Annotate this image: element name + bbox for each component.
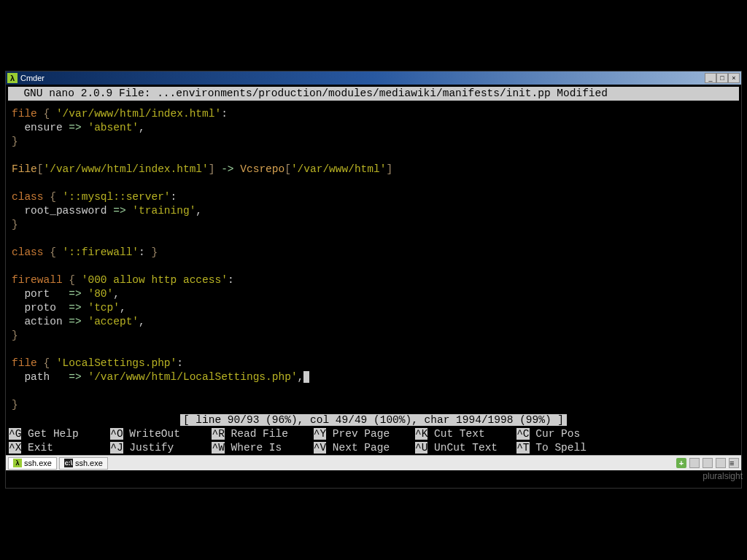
tray: + ≡ [676, 458, 739, 468]
tray-button-1[interactable] [689, 458, 700, 468]
shortcut-whereis[interactable]: ^W [212, 442, 224, 454]
close-button[interactable]: × [728, 73, 740, 83]
nano-shortcuts-row: ^G Get Help ^O WriteOut ^R Read File ^Y … [6, 427, 741, 441]
lambda-icon: λ [13, 459, 22, 467]
code-line: class { '::firewall': } [12, 246, 735, 260]
window-controls: _ □ × [705, 73, 740, 83]
tab-label: ssh.exe [24, 459, 52, 467]
tray-button-2[interactable] [703, 458, 713, 468]
code-line: class { '::mysql::server': [12, 190, 735, 204]
minimize-button[interactable]: _ [705, 73, 716, 83]
shortcut-prevpage[interactable]: ^Y [314, 428, 326, 440]
shortcut-justify[interactable]: ^J [110, 442, 123, 454]
window-title: Cmder [20, 74, 44, 82]
code-line: path => '/var/www/html/LocalSettings.php… [12, 370, 735, 384]
blank-line [12, 232, 735, 246]
tray-button-3[interactable] [716, 458, 726, 468]
tray-menu-button[interactable]: ≡ [729, 458, 739, 468]
cursor [303, 371, 309, 383]
code-line: ensure => 'absent', [12, 121, 735, 135]
shortcut-curpos[interactable]: ^C [516, 428, 529, 440]
blank-line [12, 343, 735, 357]
shortcut-exit[interactable]: ^X [9, 442, 21, 454]
shortcut-readfile[interactable]: ^R [212, 428, 224, 440]
code-line: proto => 'tcp', [12, 301, 735, 315]
tab-label: ssh.exe [75, 459, 103, 467]
terminal[interactable]: GNU nano 2.0.9 File: ...environments/pro… [6, 87, 741, 455]
code-line: } [12, 135, 735, 149]
blank-line [12, 384, 735, 398]
titlebar[interactable]: λ Cmder _ □ × [6, 71, 741, 85]
shortcut-nextpage[interactable]: ^V [314, 442, 326, 454]
code-line: file { 'LocalSettings.php': [12, 357, 735, 370]
shortcut-writeout[interactable]: ^O [110, 428, 123, 440]
code-line: } [12, 398, 735, 412]
code-line: firewall { '000 allow http access': [12, 273, 735, 287]
code-line: file { '/var/www/html/index.html': [12, 107, 735, 121]
editor-body[interactable]: file { '/var/www/html/index.html': ensur… [6, 103, 741, 412]
code-line: root_password => 'training', [12, 204, 735, 218]
shortcut-help[interactable]: ^G [9, 428, 21, 440]
nano-header: GNU nano 2.0.9 File: ...environments/pro… [8, 87, 739, 101]
maximize-button[interactable]: □ [716, 73, 728, 83]
watermark: pluralsight [703, 471, 743, 481]
tab-ssh-2[interactable]: c:\ ssh.exe [59, 457, 108, 470]
tab-ssh-1[interactable]: λ ssh.exe [8, 457, 57, 470]
shortcut-uncut[interactable]: ^U [415, 442, 427, 454]
nano-shortcuts-row: ^X Exit ^J Justify ^W Where Is ^V Next P… [6, 441, 741, 455]
code-line: action => 'accept', [12, 315, 735, 329]
code-line: } [12, 218, 735, 232]
nano-status: [ line 90/93 (96%), col 49/49 (100%), ch… [6, 413, 741, 427]
new-tab-button[interactable]: + [676, 458, 686, 468]
shortcut-cut[interactable]: ^K [415, 428, 427, 440]
shortcut-spell[interactable]: ^T [516, 442, 529, 454]
cmder-window: λ Cmder _ □ × GNU nano 2.0.9 File: ...en… [5, 71, 742, 489]
code-line: File['/var/www/html/index.html'] -> Vcsr… [12, 163, 735, 176]
blank-line [12, 176, 735, 190]
blank-line [12, 149, 735, 163]
cmd-icon: c:\ [64, 459, 73, 467]
code-line: } [12, 329, 735, 343]
app-icon: λ [7, 73, 18, 83]
taskbar: λ ssh.exe c:\ ssh.exe + ≡ [6, 455, 741, 470]
code-line: port => '80', [12, 287, 735, 301]
blank-line [12, 260, 735, 273]
